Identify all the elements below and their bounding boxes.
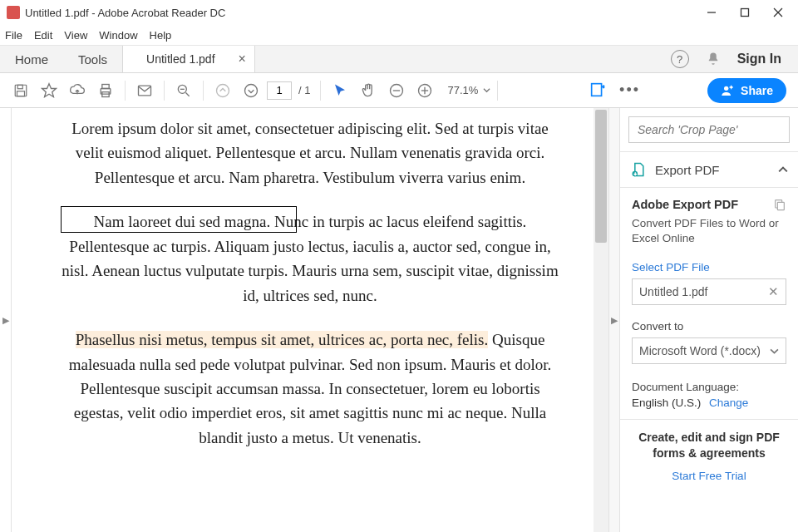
scrollbar-thumb[interactable] <box>595 110 607 243</box>
clear-file-icon[interactable]: ✕ <box>768 284 779 299</box>
document-view[interactable]: Lorem ipsum dolor sit amet, consectetuer… <box>12 108 608 532</box>
page-display-icon[interactable] <box>589 80 607 100</box>
tab-home[interactable]: Home <box>0 46 63 72</box>
tab-tools[interactable]: Tools <box>63 46 122 72</box>
export-pdf-label: Export PDF <box>655 163 720 177</box>
pan-icon[interactable] <box>356 78 381 103</box>
close-button[interactable] <box>761 0 795 25</box>
selection-icon[interactable] <box>328 78 352 103</box>
minimize-button[interactable] <box>695 0 728 25</box>
svg-point-16 <box>245 84 258 96</box>
toolbar: / 1 77.1% ••• Share <box>0 73 798 108</box>
print-icon[interactable] <box>93 78 118 103</box>
doc-language-label: Document Language: <box>632 381 786 393</box>
tools-search-input[interactable] <box>628 116 790 143</box>
menu-help[interactable]: Help <box>150 29 172 42</box>
cloud-upload-icon[interactable] <box>65 78 90 103</box>
svg-rect-9 <box>102 84 109 88</box>
vertical-scrollbar[interactable]: ▲ <box>594 108 608 532</box>
convert-format-dropdown[interactable]: Microsoft Word (*.docx) <box>632 337 786 364</box>
zoom-value: 77.1% <box>447 84 478 96</box>
export-subtitle: Convert PDF Files to Word or Excel Onlin… <box>632 216 786 246</box>
menu-view[interactable]: View <box>64 29 87 42</box>
svg-point-23 <box>724 86 728 91</box>
menu-edit[interactable]: Edit <box>34 29 52 42</box>
page-number-input[interactable] <box>267 81 292 100</box>
app-icon <box>7 6 20 19</box>
start-trial-link[interactable]: Start Free Trial <box>628 470 790 482</box>
right-pane-toggle[interactable]: ▶ <box>608 108 620 532</box>
svg-rect-29 <box>777 202 784 209</box>
doc-language-value: English (U.S.) <box>632 397 701 409</box>
star-icon[interactable] <box>37 78 62 103</box>
selected-file-field[interactable]: Untitled 1.pdf ✕ <box>632 278 786 305</box>
chevron-up-icon <box>778 165 788 175</box>
svg-marker-7 <box>42 83 57 96</box>
attachment-icon[interactable] <box>773 198 786 211</box>
tabstrip: Home Tools Untitled 1.pdf × ? Sign In <box>0 45 798 73</box>
menubar: File Edit View Window Help <box>0 25 798 45</box>
svg-rect-22 <box>592 84 602 96</box>
more-icon[interactable]: ••• <box>619 81 640 99</box>
tab-document-label: Untitled 1.pdf <box>146 52 215 66</box>
notifications-icon[interactable] <box>706 52 721 66</box>
svg-point-15 <box>217 84 229 96</box>
zoom-out-icon[interactable] <box>384 78 409 103</box>
page-total: / 1 <box>295 84 313 96</box>
pdf-page: Lorem ipsum dolor sit amet, consectetuer… <box>44 108 576 532</box>
change-language-link[interactable]: Change <box>709 397 748 409</box>
main-area: ▶ Lorem ipsum dolor sit amet, consectetu… <box>0 108 798 532</box>
tools-panel: Export PDF Adobe Export PDF Convert PDF … <box>620 108 798 532</box>
zoom-dropdown[interactable]: 77.1% <box>441 84 490 96</box>
sign-in-link[interactable]: Sign In <box>737 52 781 66</box>
zoom-in-icon[interactable] <box>412 78 437 103</box>
paragraph-2-boxed: Nam laoreet dui sed magna. <box>94 213 271 230</box>
page-up-icon[interactable] <box>210 78 235 103</box>
convert-to-label: Convert to <box>632 320 786 332</box>
maximize-button[interactable] <box>728 0 761 25</box>
svg-rect-1 <box>741 9 749 17</box>
share-person-icon <box>721 84 734 97</box>
selected-file-name: Untitled 1.pdf <box>639 285 708 298</box>
menu-window[interactable]: Window <box>99 29 137 42</box>
zoom-out-find-icon[interactable] <box>171 78 196 103</box>
page-down-icon[interactable] <box>239 78 264 103</box>
promo-footer: Create, edit and sign PDF forms & agreem… <box>620 419 798 495</box>
tab-document[interactable]: Untitled 1.pdf × <box>122 46 255 72</box>
export-pdf-header[interactable]: Export PDF <box>620 151 798 188</box>
share-label: Share <box>741 84 773 97</box>
select-file-label: Select PDF File <box>632 261 786 273</box>
chevron-down-icon <box>770 347 779 356</box>
email-icon[interactable] <box>132 78 157 103</box>
export-pdf-icon <box>630 161 647 178</box>
svg-rect-5 <box>17 85 22 89</box>
promo-text: Create, edit and sign PDF forms & agreem… <box>628 430 790 461</box>
convert-format-value: Microsoft Word (*.docx) <box>639 344 761 357</box>
left-nav-pane-toggle[interactable]: ▶ <box>0 108 12 532</box>
menu-file[interactable]: File <box>5 29 22 42</box>
save-icon[interactable] <box>8 78 33 103</box>
svg-rect-6 <box>17 91 25 96</box>
tab-close-icon[interactable]: × <box>239 52 246 66</box>
export-title: Adobe Export PDF <box>632 198 738 211</box>
paragraph-2: Nam laoreet dui sed magna. Nunc in turpi… <box>61 209 559 308</box>
paragraph-3: Phasellus nisi metus, tempus sit amet, u… <box>61 328 559 450</box>
paragraph-3-highlight: Phasellus nisi metus, tempus sit amet, u… <box>76 331 489 348</box>
titlebar: Untitled 1.pdf - Adobe Acrobat Reader DC <box>0 0 798 25</box>
svg-line-13 <box>186 92 190 96</box>
window-title: Untitled 1.pdf - Adobe Acrobat Reader DC <box>25 7 225 19</box>
paragraph-1: Lorem ipsum dolor sit amet, consectetuer… <box>61 116 559 190</box>
help-icon[interactable]: ? <box>671 50 689 68</box>
share-button[interactable]: Share <box>707 78 786 103</box>
